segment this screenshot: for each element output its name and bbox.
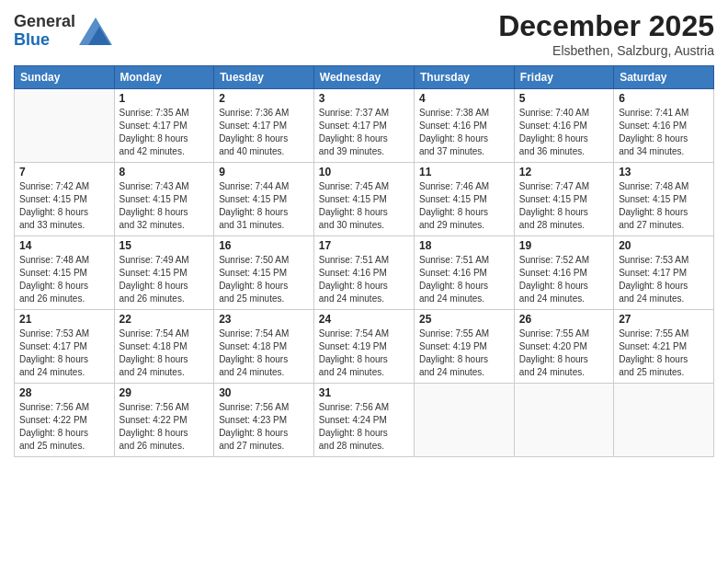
day-number: 13: [619, 166, 709, 178]
day-number: 30: [219, 386, 309, 399]
day-number: 16: [219, 239, 309, 252]
day-info: Sunrise: 7:38 AMSunset: 4:16 PMDaylight:…: [419, 107, 509, 158]
day-info: Sunrise: 7:54 AMSunset: 4:19 PMDaylight:…: [319, 327, 409, 379]
day-number: 10: [319, 166, 409, 178]
day-cell: 6Sunrise: 7:41 AMSunset: 4:16 PMDaylight…: [614, 89, 714, 163]
day-info: Sunrise: 7:56 AMSunset: 4:22 PMDaylight:…: [19, 401, 109, 453]
day-cell: 21Sunrise: 7:53 AMSunset: 4:17 PMDayligh…: [15, 310, 115, 384]
day-info: Sunrise: 7:54 AMSunset: 4:18 PMDaylight:…: [119, 327, 210, 379]
day-number: 25: [419, 313, 509, 326]
day-number: 9: [219, 166, 309, 178]
day-cell: 2Sunrise: 7:36 AMSunset: 4:17 PMDaylight…: [214, 89, 314, 163]
day-cell: 15Sunrise: 7:49 AMSunset: 4:15 PMDayligh…: [114, 236, 214, 310]
day-info: Sunrise: 7:45 AMSunset: 4:15 PMDaylight:…: [319, 180, 409, 232]
day-cell: 19Sunrise: 7:52 AMSunset: 4:16 PMDayligh…: [514, 236, 613, 310]
day-number: 7: [19, 166, 109, 178]
day-cell: 17Sunrise: 7:51 AMSunset: 4:16 PMDayligh…: [313, 236, 414, 310]
day-number: 28: [19, 386, 109, 399]
logo-blue: Blue: [14, 30, 50, 49]
day-cell: 12Sunrise: 7:47 AMSunset: 4:15 PMDayligh…: [514, 163, 613, 236]
day-cell: 3Sunrise: 7:37 AMSunset: 4:17 PMDaylight…: [313, 89, 414, 163]
day-number: 31: [319, 386, 409, 399]
day-number: 11: [419, 166, 509, 178]
header: General Blue December 2025 Elsbethen, Sa…: [14, 9, 714, 58]
day-info: Sunrise: 7:43 AMSunset: 4:15 PMDaylight:…: [119, 180, 210, 232]
day-cell: 4Sunrise: 7:38 AMSunset: 4:16 PMDaylight…: [414, 89, 514, 163]
calendar-header-row: Sunday Monday Tuesday Wednesday Thursday…: [15, 66, 714, 89]
col-tuesday: Tuesday: [214, 66, 314, 89]
day-cell: 14Sunrise: 7:48 AMSunset: 4:15 PMDayligh…: [15, 236, 115, 310]
day-cell: 30Sunrise: 7:56 AMSunset: 4:23 PMDayligh…: [214, 384, 314, 457]
day-cell: 18Sunrise: 7:51 AMSunset: 4:16 PMDayligh…: [414, 236, 514, 310]
day-number: 19: [519, 239, 609, 252]
day-info: Sunrise: 7:53 AMSunset: 4:17 PMDaylight:…: [19, 327, 109, 379]
day-number: 14: [19, 239, 109, 252]
col-friday: Friday: [514, 66, 613, 89]
day-info: Sunrise: 7:40 AMSunset: 4:16 PMDaylight:…: [519, 107, 609, 158]
day-number: 20: [619, 239, 709, 252]
day-number: 8: [119, 166, 210, 178]
day-number: 3: [319, 92, 409, 105]
day-info: Sunrise: 7:56 AMSunset: 4:24 PMDaylight:…: [319, 401, 409, 453]
day-number: 26: [519, 313, 609, 326]
day-cell: 7Sunrise: 7:42 AMSunset: 4:15 PMDaylight…: [15, 163, 115, 236]
day-cell: 29Sunrise: 7:56 AMSunset: 4:22 PMDayligh…: [114, 384, 214, 457]
day-number: 29: [119, 386, 210, 399]
day-cell: [514, 384, 613, 457]
day-cell: 24Sunrise: 7:54 AMSunset: 4:19 PMDayligh…: [313, 310, 414, 384]
day-info: Sunrise: 7:55 AMSunset: 4:21 PMDaylight:…: [619, 327, 709, 379]
day-cell: 13Sunrise: 7:48 AMSunset: 4:15 PMDayligh…: [614, 163, 714, 236]
month-title: December 2025: [498, 9, 714, 43]
col-saturday: Saturday: [614, 66, 714, 89]
day-info: Sunrise: 7:53 AMSunset: 4:17 PMDaylight:…: [619, 254, 709, 305]
day-info: Sunrise: 7:56 AMSunset: 4:22 PMDaylight:…: [119, 401, 210, 453]
day-info: Sunrise: 7:41 AMSunset: 4:16 PMDaylight:…: [619, 107, 709, 158]
day-cell: 9Sunrise: 7:44 AMSunset: 4:15 PMDaylight…: [214, 163, 314, 236]
day-number: 4: [419, 92, 509, 105]
day-info: Sunrise: 7:49 AMSunset: 4:15 PMDaylight:…: [119, 254, 210, 305]
day-cell: 20Sunrise: 7:53 AMSunset: 4:17 PMDayligh…: [614, 236, 714, 310]
day-number: 18: [419, 239, 509, 252]
day-info: Sunrise: 7:55 AMSunset: 4:20 PMDaylight:…: [519, 327, 609, 379]
col-wednesday: Wednesday: [313, 66, 414, 89]
logo: General Blue: [14, 13, 112, 50]
day-number: 2: [219, 92, 309, 105]
day-cell: [614, 384, 714, 457]
day-info: Sunrise: 7:51 AMSunset: 4:16 PMDaylight:…: [319, 254, 409, 305]
day-cell: 10Sunrise: 7:45 AMSunset: 4:15 PMDayligh…: [313, 163, 414, 236]
day-info: Sunrise: 7:50 AMSunset: 4:15 PMDaylight:…: [219, 254, 309, 305]
col-monday: Monday: [114, 66, 214, 89]
title-block: December 2025 Elsbethen, Salzburg, Austr…: [498, 9, 714, 58]
day-cell: 26Sunrise: 7:55 AMSunset: 4:20 PMDayligh…: [514, 310, 613, 384]
col-thursday: Thursday: [414, 66, 514, 89]
page-container: General Blue December 2025 Elsbethen, Sa…: [0, 0, 728, 563]
day-info: Sunrise: 7:46 AMSunset: 4:15 PMDaylight:…: [419, 180, 509, 232]
day-info: Sunrise: 7:55 AMSunset: 4:19 PMDaylight:…: [419, 327, 509, 379]
day-number: 15: [119, 239, 210, 252]
day-number: 24: [319, 313, 409, 326]
week-row-3: 14Sunrise: 7:48 AMSunset: 4:15 PMDayligh…: [15, 236, 714, 310]
day-number: 21: [19, 313, 109, 326]
day-info: Sunrise: 7:52 AMSunset: 4:16 PMDaylight:…: [519, 254, 609, 305]
day-number: 23: [219, 313, 309, 326]
day-cell: [15, 89, 115, 163]
day-info: Sunrise: 7:54 AMSunset: 4:18 PMDaylight:…: [219, 327, 309, 379]
day-info: Sunrise: 7:48 AMSunset: 4:15 PMDaylight:…: [19, 254, 109, 305]
day-cell: 11Sunrise: 7:46 AMSunset: 4:15 PMDayligh…: [414, 163, 514, 236]
day-number: 27: [619, 313, 709, 326]
day-number: 22: [119, 313, 210, 326]
day-cell: 27Sunrise: 7:55 AMSunset: 4:21 PMDayligh…: [614, 310, 714, 384]
day-cell: 31Sunrise: 7:56 AMSunset: 4:24 PMDayligh…: [313, 384, 414, 457]
day-cell: 8Sunrise: 7:43 AMSunset: 4:15 PMDaylight…: [114, 163, 214, 236]
day-number: 1: [119, 92, 210, 105]
week-row-1: 1Sunrise: 7:35 AMSunset: 4:17 PMDaylight…: [15, 89, 714, 163]
day-info: Sunrise: 7:37 AMSunset: 4:17 PMDaylight:…: [319, 107, 409, 158]
day-cell: 16Sunrise: 7:50 AMSunset: 4:15 PMDayligh…: [214, 236, 314, 310]
day-info: Sunrise: 7:56 AMSunset: 4:23 PMDaylight:…: [219, 401, 309, 453]
day-cell: 22Sunrise: 7:54 AMSunset: 4:18 PMDayligh…: [114, 310, 214, 384]
day-info: Sunrise: 7:42 AMSunset: 4:15 PMDaylight:…: [19, 180, 109, 232]
day-number: 5: [519, 92, 609, 105]
week-row-4: 21Sunrise: 7:53 AMSunset: 4:17 PMDayligh…: [15, 310, 714, 384]
location: Elsbethen, Salzburg, Austria: [498, 43, 714, 58]
day-cell: [414, 384, 514, 457]
